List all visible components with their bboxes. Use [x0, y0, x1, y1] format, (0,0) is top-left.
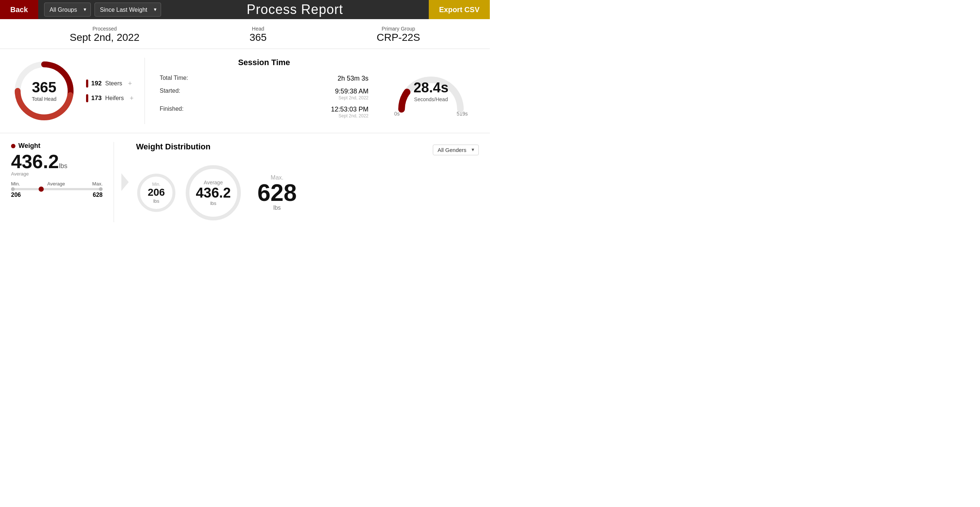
finished-date: Sept 2nd, 2022	[331, 113, 369, 118]
slider-values: 206 628	[11, 192, 103, 198]
groups-select[interactable]: All Groups	[44, 3, 91, 16]
slider-labels: Min. Average Max.	[11, 181, 103, 187]
donut-area: 365 Total Head 192 Steers + 173 Heifers …	[11, 58, 145, 124]
donut-chart: 365 Total Head	[11, 58, 77, 124]
legend-heifers: 173 Heifers +	[86, 94, 134, 102]
heifers-bar-icon	[86, 94, 88, 102]
session-total-row: Total Time: 2h 53m 3s	[160, 75, 369, 83]
dist-avg-label: Average	[196, 180, 231, 185]
slider-avg-label: Average	[20, 181, 92, 187]
middle-section: 365 Total Head 192 Steers + 173 Heifers …	[0, 49, 490, 133]
steers-bar-icon	[86, 80, 88, 88]
slider-track[interactable]	[11, 188, 103, 190]
distribution-panel: Weight Distribution All Genders Steers H…	[136, 142, 479, 222]
weight-header: Weight	[11, 142, 103, 150]
processed-value: Sept 2nd, 2022	[70, 32, 140, 43]
started-value: 9:59:38 AM Sept 2nd, 2022	[335, 88, 369, 100]
weight-value: 436.2	[11, 151, 59, 172]
primary-group-label: Primary Group	[377, 26, 420, 32]
distribution-circles: Min. 206 lbs Average 436.2 lbs Max.	[136, 163, 479, 222]
dist-min-inner: Min. 206 lbs	[148, 182, 165, 204]
arrow-divider-icon	[121, 173, 129, 191]
legend: 192 Steers + 173 Heifers +	[86, 80, 134, 102]
distribution-title: Weight Distribution	[136, 142, 210, 151]
groups-select-wrapper: All Groups ▼	[44, 3, 91, 16]
gauge-chart: 28.4s Seconds/Head	[394, 65, 468, 109]
processed-info: Processed Sept 2nd, 2022	[70, 26, 140, 43]
finished-value: 12:53:03 PM Sept 2nd, 2022	[331, 105, 369, 118]
steers-plus-icon[interactable]: +	[128, 80, 132, 88]
finished-main: 12:53:03 PM	[331, 105, 369, 113]
gender-select[interactable]: All Genders Steers Heifers	[433, 145, 479, 155]
total-time-main: 2h 53m 3s	[337, 75, 369, 82]
export-csv-button[interactable]: Export CSV	[429, 0, 490, 19]
dist-avg-unit: lbs	[196, 201, 231, 206]
total-time-value: 2h 53m 3s	[337, 75, 369, 83]
dist-min-value: 206	[148, 187, 165, 198]
head-info: Head 365	[249, 26, 267, 43]
dist-max-unit: lbs	[273, 204, 281, 211]
primary-group-value: CRP-22S	[377, 32, 420, 43]
started-label: Started:	[160, 88, 180, 100]
gauge-value: 28.4s	[413, 80, 448, 96]
dist-max-area: Max. 628 lbs	[258, 174, 297, 211]
head-label: Head	[249, 26, 267, 32]
dist-min-label: Min.	[148, 182, 165, 187]
dist-min-unit: lbs	[148, 198, 165, 204]
slider-min-dot-icon	[11, 187, 15, 191]
svg-point-3	[404, 89, 410, 95]
steers-count: 192	[91, 80, 102, 87]
processed-label: Processed	[70, 26, 140, 32]
session-title: Session Time	[160, 58, 369, 67]
donut-total: 365	[32, 80, 57, 94]
finished-label: Finished:	[160, 105, 183, 118]
slider-max-label: Max.	[92, 181, 103, 187]
weight-filter-select-wrapper: Since Last Weight ▼	[94, 3, 161, 16]
weight-dot-icon	[11, 144, 16, 148]
slider-thumb-icon[interactable]	[38, 187, 44, 192]
started-main: 9:59:38 AM	[335, 88, 369, 95]
dist-min-circle: Min. 206 lbs	[136, 172, 177, 213]
weight-title: Weight	[18, 142, 40, 150]
slider-min-label: Min.	[11, 181, 20, 187]
total-time-label: Total Time:	[160, 75, 188, 83]
started-date: Sept 2nd, 2022	[335, 95, 369, 100]
donut-total-label: Total Head	[32, 96, 57, 102]
dist-avg-circle: Average 436.2 lbs	[184, 163, 243, 222]
legend-steers: 192 Steers +	[86, 80, 134, 88]
weight-unit: lbs	[59, 162, 67, 170]
info-row: Processed Sept 2nd, 2022 Head 365 Primar…	[0, 19, 490, 49]
dist-avg-value: 436.2	[196, 185, 231, 201]
gender-select-wrapper: All Genders Steers Heifers ▼	[433, 145, 479, 155]
steers-label: Steers	[105, 80, 122, 87]
page-title: Process Report	[161, 2, 429, 17]
session-finished-row: Finished: 12:53:03 PM Sept 2nd, 2022	[160, 105, 369, 118]
slider-max-dot-icon	[99, 187, 103, 191]
donut-text: 365 Total Head	[32, 80, 57, 102]
back-button[interactable]: Back	[0, 0, 38, 19]
primary-group-info: Primary Group CRP-22S	[377, 26, 420, 43]
header: Back All Groups ▼ Since Last Weight ▼ Pr…	[0, 0, 490, 19]
weight-slider-area: Min. Average Max. 206 628	[11, 181, 103, 198]
gauge-text: 28.4s Seconds/Head	[413, 80, 448, 102]
weight-panel: Weight 436.2lbs Average Min. Average Max…	[11, 142, 114, 222]
weight-filter-select[interactable]: Since Last Weight	[94, 3, 161, 16]
dist-max-value: 628	[258, 181, 297, 204]
slider-min-value: 206	[11, 192, 21, 198]
session-area: Session Time Total Time: 2h 53m 3s Start…	[145, 58, 383, 124]
gauge-area: 28.4s Seconds/Head 0s 519s	[383, 58, 479, 124]
heifers-plus-icon[interactable]: +	[130, 94, 134, 102]
dist-avg-inner: Average 436.2 lbs	[196, 180, 231, 206]
bottom-section: Weight 436.2lbs Average Min. Average Max…	[0, 133, 490, 231]
slider-max-value: 628	[93, 192, 103, 198]
head-value: 365	[249, 32, 267, 43]
heifers-count: 173	[91, 94, 102, 102]
heifers-label: Heifers	[105, 95, 124, 102]
gauge-label: Seconds/Head	[413, 96, 448, 102]
weight-value-row: 436.2lbs	[11, 152, 103, 171]
session-started-row: Started: 9:59:38 AM Sept 2nd, 2022	[160, 88, 369, 100]
